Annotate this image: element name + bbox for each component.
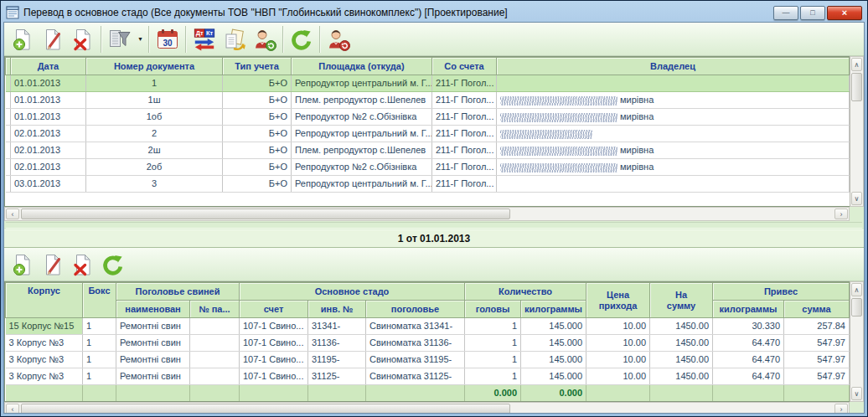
cell-heads[interactable]: 1	[465, 352, 521, 368]
cell-price[interactable]: 10.00	[586, 352, 650, 368]
splitter[interactable]	[6, 222, 862, 229]
cell-date[interactable]: 03.01.2013	[11, 176, 86, 193]
cell-heads[interactable]: 1	[465, 318, 521, 335]
owner-sync-button[interactable]	[250, 24, 280, 54]
cell-box[interactable]: 1	[83, 335, 116, 352]
cell-account[interactable]: 107-1 Свино...	[240, 368, 308, 385]
scroll-thumb[interactable]	[851, 73, 862, 101]
cell-corpus[interactable]: 15 Корпус №15	[6, 318, 83, 335]
document-row[interactable]: 01.01.2013 1 Б+О Репродуктор центральний…	[6, 75, 850, 92]
cell-herd[interactable]: Свиноматка 31341-	[366, 318, 465, 335]
cell-account-type[interactable]: Б+О	[223, 109, 292, 126]
cell-account[interactable]: 211-Г Погол...	[432, 75, 497, 92]
document-row[interactable]: 02.01.2013 2ш Б+О Плем. репродуктор с.Ше…	[6, 142, 850, 159]
cell-account[interactable]: 107-1 Свино...	[240, 335, 308, 352]
cell-corpus[interactable]: 3 Корпус №3	[6, 335, 83, 352]
journal-filter-button[interactable]	[105, 24, 135, 54]
posting-dtkt-button[interactable]: Дт Кт	[189, 24, 220, 54]
cell-gain-sum[interactable]: 257.84	[784, 318, 850, 335]
cell-gain-kg[interactable]: 64.470	[713, 368, 784, 385]
cell-gain-kg[interactable]: 64.470	[713, 352, 784, 368]
cell-inv[interactable]: 31136-	[308, 335, 366, 352]
cell-kilograms[interactable]: 145.000	[521, 335, 586, 352]
edit-line-button[interactable]	[38, 250, 68, 280]
cell-account-type[interactable]: Б+О	[223, 176, 292, 193]
cell-account[interactable]: 211-Г Погол...	[432, 176, 497, 193]
cell-number[interactable]: 2об	[86, 159, 223, 176]
documents-horizontal-scrollbar[interactable]: ‹ ›	[4, 207, 850, 221]
lines-horizontal-scrollbar[interactable]: ‹ ›	[4, 402, 850, 414]
cell-account-type[interactable]: Б+О	[223, 75, 292, 92]
add-line-button[interactable]	[8, 250, 38, 280]
cell-owner[interactable]: мирівна	[497, 142, 850, 159]
scroll-down-button[interactable]: ∨	[851, 192, 862, 205]
cell-site[interactable]: Плем. репродуктор с.Шепелев	[292, 92, 432, 109]
cell-gain-kg[interactable]: 64.470	[713, 335, 784, 352]
cell-date[interactable]: 01.01.2013	[11, 109, 86, 126]
maximize-button[interactable]: □	[800, 6, 825, 20]
documents-vertical-scrollbar[interactable]: ∧ ∨	[850, 56, 864, 207]
cell-kilograms[interactable]: 145.000	[521, 368, 586, 385]
cell-owner[interactable]: мирівна	[497, 109, 850, 126]
owner-unpost-button[interactable]	[323, 24, 354, 54]
cell-date[interactable]: 02.01.2013	[11, 142, 86, 159]
cell-sum[interactable]: 1450.00	[650, 335, 713, 352]
scroll-thumb[interactable]	[21, 404, 510, 414]
cell-account-type[interactable]: Б+О	[223, 126, 292, 142]
refresh-button[interactable]	[287, 24, 317, 54]
cell-inv[interactable]: 31125-	[308, 368, 366, 385]
cell-account-type[interactable]: Б+О	[223, 159, 292, 176]
line-row[interactable]: 3 Корпус №3 1 Ремонтні свин 107-1 Свино.…	[6, 352, 850, 368]
cell-passport[interactable]	[190, 368, 240, 385]
cell-number[interactable]: 1об	[86, 109, 223, 126]
cell-herd[interactable]: Свиноматка 31136-	[366, 335, 465, 352]
cell-date[interactable]: 01.01.2013	[11, 75, 86, 92]
document-row[interactable]: 01.01.2013 1ш Б+О Плем. репродуктор с.Ше…	[6, 92, 850, 109]
cell-site[interactable]: Плем. репродуктор с.Шепелев	[292, 142, 432, 159]
cell-passport[interactable]	[190, 335, 240, 352]
cell-sum[interactable]: 1450.00	[650, 352, 713, 368]
cell-box[interactable]: 1	[83, 352, 116, 368]
cell-box[interactable]: 1	[83, 368, 116, 385]
cell-inv[interactable]: 31341-	[308, 318, 366, 335]
cell-site[interactable]: Репродуктор центральний м. Г...	[292, 126, 432, 142]
cell-owner[interactable]: мирівна	[497, 92, 850, 109]
cell-account[interactable]: 211-Г Погол...	[432, 126, 497, 142]
refresh-lines-button[interactable]	[98, 250, 128, 280]
cell-site[interactable]: Репродуктор №2 с.Обізнівка	[292, 159, 432, 176]
cell-account[interactable]: 211-Г Погол...	[432, 92, 497, 109]
edit-document-button[interactable]	[38, 24, 68, 54]
line-row[interactable]: 15 Корпус №15 1 Ремонтні свин 107-1 Свин…	[6, 318, 850, 335]
cell-date[interactable]: 01.01.2013	[11, 92, 86, 109]
document-row[interactable]: 03.01.2013 3 Б+О Репродуктор центральний…	[6, 176, 850, 193]
cell-gain-sum[interactable]: 547.97	[784, 368, 850, 385]
scroll-thumb[interactable]	[851, 298, 862, 317]
cell-number[interactable]: 2ш	[86, 142, 223, 159]
cell-price[interactable]: 10.00	[586, 335, 650, 352]
cell-number[interactable]: 3	[86, 176, 223, 193]
period-calendar-button[interactable]: 30	[152, 24, 183, 54]
cell-number[interactable]: 1ш	[86, 92, 223, 109]
cell-date[interactable]: 02.01.2013	[11, 126, 86, 142]
document-row[interactable]: 01.01.2013 1об Б+О Репродуктор №2 с.Обіз…	[6, 109, 850, 126]
scroll-up-button[interactable]: ∧	[851, 58, 862, 71]
cell-name[interactable]: Ремонтні свин	[116, 318, 190, 335]
cell-site[interactable]: Репродуктор центральний м. Г...	[292, 75, 432, 92]
cell-heads[interactable]: 1	[465, 368, 521, 385]
cell-passport[interactable]	[190, 318, 240, 335]
cell-number[interactable]: 1	[86, 75, 223, 92]
scroll-right-button[interactable]: ›	[834, 208, 848, 219]
cell-herd[interactable]: Свиноматка 31195-	[366, 352, 465, 368]
cell-kilograms[interactable]: 145.000	[521, 318, 586, 335]
cell-corpus[interactable]: 3 Корпус №3	[6, 352, 83, 368]
cell-account[interactable]: 107-1 Свино...	[240, 352, 308, 368]
close-button[interactable]: ×	[827, 6, 862, 20]
scroll-up-button[interactable]: ∧	[851, 283, 862, 296]
add-document-button[interactable]	[8, 24, 38, 54]
cell-name[interactable]: Ремонтні свин	[116, 352, 190, 368]
cell-sum[interactable]: 1450.00	[650, 368, 713, 385]
document-row[interactable]: 02.01.2013 2 Б+О Репродуктор центральний…	[6, 126, 850, 142]
cell-owner[interactable]	[497, 75, 850, 92]
cell-account[interactable]: 211-Г Погол...	[432, 142, 497, 159]
scroll-thumb[interactable]	[21, 208, 510, 219]
